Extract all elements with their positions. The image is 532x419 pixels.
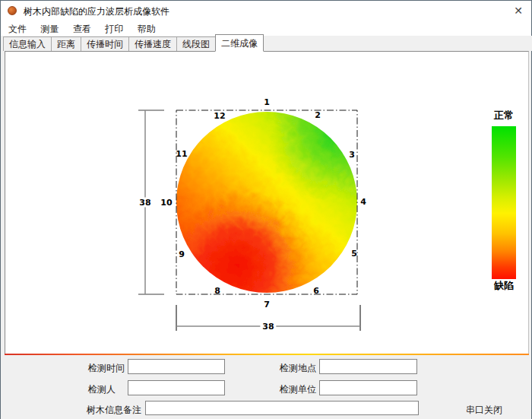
legend-normal-label: 正常	[494, 109, 514, 122]
legend-defect-label: 缺陷	[494, 279, 514, 293]
detection-unit-input[interactable]	[319, 380, 417, 395]
sensor-9: 9	[179, 249, 185, 259]
close-icon[interactable]: ✕	[511, 4, 525, 17]
sensor-7: 7	[264, 300, 270, 309]
menu-view[interactable]: 查看	[68, 21, 97, 36]
tab-2d-imaging[interactable]: 二维成像	[215, 34, 264, 52]
tab-strip: 信息输入 距离 传播时间 传播速度 线段图 二维成像	[1, 36, 532, 51]
detection-time-input[interactable]	[128, 359, 225, 374]
tree-remarks-input[interactable]	[145, 401, 419, 415]
app-window: 树木内部缺陷的应力波层析成像软件 ✕ 文件 测量 查看 打印 帮助 信息输入 距…	[0, 0, 532, 419]
legend-colorbar	[492, 126, 516, 279]
sensor-4: 4	[360, 197, 366, 207]
window-title: 树木内部缺陷的应力波层析成像软件	[24, 5, 169, 18]
sensor-11: 11	[176, 149, 187, 159]
imaging-panel: 1 2 3 4 5 6 7 8 9 10 11 12 38 38 正常 缺陷	[5, 51, 529, 355]
tab-propagation-speed[interactable]: 传播速度	[128, 37, 176, 51]
menu-help[interactable]: 帮助	[132, 21, 161, 36]
serial-port-status: 串口关闭	[466, 404, 502, 417]
sensor-12: 12	[214, 111, 225, 121]
detection-place-label: 检测地点	[280, 362, 316, 375]
detection-form: 检测时间 检测地点 检测人 检测单位 树木信息备注 串口关闭	[1, 355, 531, 419]
sensor-10: 10	[160, 198, 172, 208]
menu-measure[interactable]: 测量	[35, 21, 64, 36]
tree-remarks-label: 树木信息备注	[87, 404, 141, 417]
detection-unit-label: 检测单位	[280, 383, 316, 396]
sensor-3: 3	[349, 150, 355, 160]
tab-propagation-time[interactable]: 传播时间	[81, 37, 128, 51]
sensor-1: 1	[264, 97, 270, 107]
height-dimension-label: 38	[137, 198, 153, 208]
sensor-5: 5	[351, 249, 357, 259]
app-logo-icon	[8, 6, 17, 15]
tab-distance[interactable]: 距离	[51, 37, 81, 51]
sensor-6: 6	[313, 286, 319, 296]
detection-place-input[interactable]	[319, 359, 417, 374]
inspector-label: 检测人	[88, 383, 116, 396]
tab-info-input[interactable]: 信息输入	[3, 37, 51, 51]
menu-bar: 文件 测量 查看 打印 帮助	[1, 21, 531, 36]
sensor-8: 8	[214, 286, 220, 296]
tab-line-diagram[interactable]: 线段图	[176, 37, 215, 51]
menu-print[interactable]: 打印	[100, 21, 128, 36]
panel-accent-line	[5, 354, 529, 355]
sensor-2: 2	[315, 110, 321, 120]
tomogram-disc	[161, 97, 374, 309]
menu-file[interactable]: 文件	[3, 21, 32, 36]
detection-time-label: 检测时间	[88, 362, 125, 375]
inspector-input[interactable]	[128, 380, 225, 395]
title-bar: 树木内部缺陷的应力波层析成像软件 ✕	[1, 1, 531, 21]
width-dimension-label: 38	[260, 322, 276, 332]
